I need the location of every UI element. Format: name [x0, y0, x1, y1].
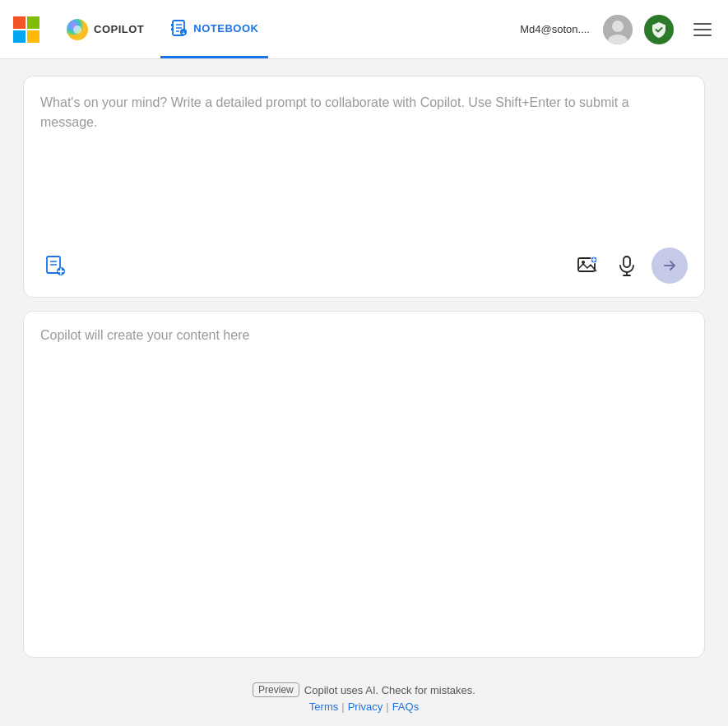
prompt-textarea[interactable] [40, 93, 688, 238]
header: COPILOT + NOTEBOOK Md4@soton.... [0, 0, 728, 59]
svg-rect-4 [171, 28, 174, 30]
avatar-image [603, 15, 633, 44]
nav-notebook[interactable]: + NOTEBOOK [160, 0, 268, 58]
svg-rect-3 [171, 24, 174, 26]
terms-link[interactable]: Terms [309, 701, 338, 713]
faqs-link[interactable]: FAQs [392, 701, 420, 713]
svg-point-11 [612, 21, 624, 32]
nav-copilot[interactable]: COPILOT [56, 0, 154, 58]
toolbar-right [573, 247, 688, 284]
avatar[interactable] [603, 15, 633, 44]
preview-badge: Preview [253, 682, 299, 697]
prompt-box [23, 76, 705, 298]
copilot-nav-icon [66, 18, 89, 41]
output-box: Copilot will create your content here [23, 311, 705, 658]
microphone-icon [615, 254, 638, 277]
add-note-icon [44, 254, 67, 277]
footer-links: Terms | Privacy | FAQs [309, 701, 419, 713]
output-placeholder: Copilot will create your content here [40, 328, 249, 342]
send-button[interactable] [651, 247, 688, 284]
privacy-link[interactable]: Privacy [348, 701, 383, 713]
shield-icon [650, 21, 668, 39]
footer-disclaimer: Preview Copilot uses AI. Check for mista… [253, 682, 475, 697]
svg-text:+: + [182, 30, 185, 36]
separator-1: | [341, 701, 344, 713]
add-image-button[interactable] [573, 251, 602, 280]
main-content: Copilot will create your content here [0, 59, 728, 674]
footer-disclaimer-text: Copilot uses AI. Check for mistakes. [304, 684, 475, 696]
shield-badge[interactable] [644, 15, 674, 44]
prompt-toolbar [40, 247, 688, 284]
svg-point-1 [73, 25, 81, 34]
svg-rect-24 [624, 257, 630, 267]
add-image-icon [576, 254, 599, 277]
microsoft-logo [13, 16, 39, 43]
microphone-button[interactable] [612, 251, 642, 280]
toolbar-left [40, 251, 70, 280]
notebook-nav-label: NOTEBOOK [193, 22, 258, 35]
send-icon [661, 257, 678, 274]
notebook-nav-icon: + [170, 19, 188, 37]
copilot-nav-label: COPILOT [94, 23, 144, 35]
add-note-button[interactable] [40, 251, 70, 280]
footer: Preview Copilot uses AI. Check for mista… [0, 674, 728, 726]
menu-button[interactable] [690, 20, 715, 39]
separator-2: | [386, 701, 388, 713]
user-email: Md4@soton.... [520, 23, 590, 35]
